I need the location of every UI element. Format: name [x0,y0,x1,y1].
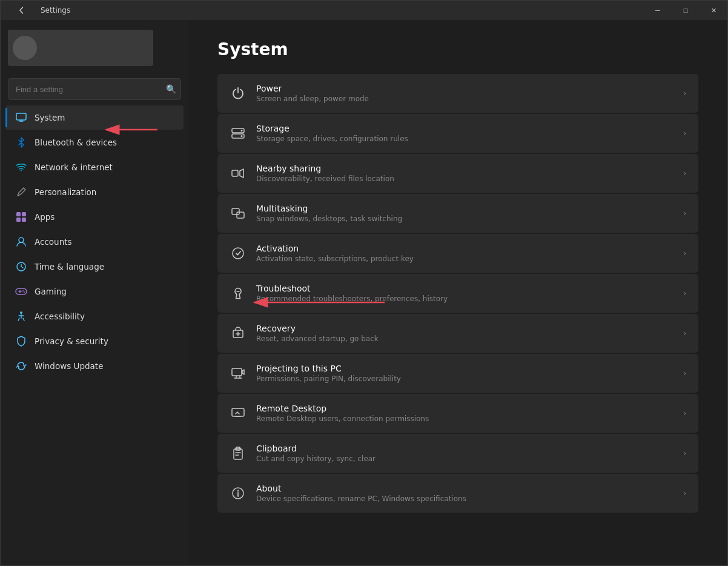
sidebar-item-personalization[interactable]: Personalization [5,180,184,204]
search-input[interactable] [8,78,181,100]
avatar-image [13,36,37,60]
sidebar-item-update-label: Windows Update [35,361,103,371]
accessibility-icon [15,310,27,322]
recovery-title: Recovery [256,324,673,333]
sidebar-item-personalization-label: Personalization [35,187,96,197]
user-profile [1,20,188,73]
settings-item-clipboard[interactable]: Clipboard Cut and copy history, sync, cl… [217,434,698,473]
troubleshoot-title: Troubleshoot [256,284,673,293]
troubleshoot-desc: Recommended troubleshooters, preferences… [256,295,673,303]
sidebar-item-bluetooth[interactable]: Bluetooth & devices [5,130,184,155]
projecting-desc: Permissions, pairing PIN, discoverabilit… [256,375,673,383]
multitasking-text: Multitasking Snap windows, desktops, tas… [256,204,673,223]
multitasking-title: Multitasking [256,204,673,213]
activation-chevron: › [683,249,686,258]
minimize-button[interactable]: ─ [644,1,672,20]
maximize-button[interactable]: □ [672,1,700,20]
sidebar: 🔍 System [1,20,188,565]
projecting-chevron: › [683,369,686,378]
privacy-icon [15,335,27,347]
projecting-text: Projecting to this PC Permissions, pairi… [256,364,673,383]
settings-item-troubleshoot[interactable]: Troubleshoot Recommended troubleshooters… [217,274,698,313]
settings-item-multitasking[interactable]: Multitasking Snap windows, desktops, tas… [217,194,698,233]
sidebar-nav: System Bluetooth & devices [1,105,188,379]
avatar[interactable] [8,30,153,66]
about-icon [230,485,247,502]
main-content: System Power Screen and sleep, power [188,20,727,565]
svg-point-10 [24,291,25,293]
about-desc: Device specifications, rename PC, Window… [256,494,673,503]
settings-item-about[interactable]: About Device specifications, rename PC, … [217,474,698,513]
settings-item-power[interactable]: Power Screen and sleep, power mode › [217,74,698,113]
apps-icon [15,211,27,223]
svg-rect-18 [237,212,244,218]
close-button[interactable]: ✕ [700,1,727,20]
storage-icon [230,125,247,142]
system-icon [15,112,27,124]
storage-chevron: › [683,129,686,138]
settings-item-recovery[interactable]: Recovery Reset, advanced startup, go bac… [217,314,698,353]
activation-title: Activation [256,244,673,253]
settings-item-activation[interactable]: Activation Activation state, subscriptio… [217,234,698,273]
storage-desc: Storage space, drives, configuration rul… [256,135,673,143]
svg-rect-4 [16,218,21,222]
update-icon [15,360,27,372]
svg-rect-21 [232,368,242,376]
about-chevron: › [683,489,686,498]
sidebar-item-network[interactable]: Network & internet [5,155,184,179]
remote-chevron: › [683,409,686,418]
personalization-icon [15,186,27,198]
storage-text: Storage Storage space, drives, configura… [256,124,673,143]
clipboard-title: Clipboard [256,444,673,453]
sidebar-item-accounts[interactable]: Accounts [5,230,184,254]
titlebar: Settings ─ □ ✕ [1,1,727,20]
back-button[interactable] [8,1,36,20]
window-title: Settings [41,6,70,15]
nearby-title: Nearby sharing [256,164,673,173]
power-text: Power Screen and sleep, power mode [256,84,673,103]
sidebar-item-accessibility-label: Accessibility [35,311,85,321]
sidebar-item-time[interactable]: Time & language [5,255,184,279]
nearby-icon [230,165,247,182]
storage-title: Storage [256,124,673,133]
about-title: About [256,484,673,493]
power-icon [230,85,247,102]
settings-item-storage[interactable]: Storage Storage space, drives, configura… [217,114,698,153]
multitasking-icon [230,205,247,222]
sidebar-item-update[interactable]: Windows Update [5,354,184,378]
sidebar-item-apps[interactable]: Apps [5,205,184,229]
settings-list: Power Screen and sleep, power mode › [217,74,698,513]
recovery-chevron: › [683,329,686,338]
time-icon [15,261,27,273]
svg-point-6 [19,238,24,242]
page-title: System [217,39,698,59]
multitasking-chevron: › [683,209,686,218]
search-button[interactable]: 🔍 [166,84,176,94]
recovery-icon [230,325,247,342]
nearby-desc: Discoverability, received files location [256,175,673,183]
settings-item-projecting[interactable]: Projecting to this PC Permissions, pairi… [217,354,698,393]
clipboard-text: Clipboard Cut and copy history, sync, cl… [256,444,673,463]
settings-item-nearby[interactable]: Nearby sharing Discoverability, received… [217,154,698,193]
sidebar-item-gaming-label: Gaming [35,287,67,296]
svg-point-19 [233,248,243,259]
remote-desc: Remote Desktop users, connection permiss… [256,415,673,423]
sidebar-item-system-label: System [35,113,65,122]
sidebar-item-accessibility[interactable]: Accessibility [5,304,184,328]
nearby-text: Nearby sharing Discoverability, received… [256,164,673,183]
svg-point-1 [21,170,22,171]
sidebar-item-gaming[interactable]: Gaming [5,279,184,304]
sidebar-item-privacy-label: Privacy & security [35,336,108,346]
power-desc: Screen and sleep, power mode [256,95,673,103]
sidebar-item-accounts-label: Accounts [35,237,72,247]
clipboard-icon [230,445,247,462]
sidebar-item-privacy[interactable]: Privacy & security [5,329,184,353]
settings-item-remote[interactable]: Remote Desktop Remote Desktop users, con… [217,394,698,433]
sidebar-item-system[interactable]: System [5,105,184,130]
sidebar-item-apps-label: Apps [35,212,55,222]
sidebar-item-time-label: Time & language [35,262,104,271]
clipboard-desc: Cut and copy history, sync, clear [256,454,673,463]
search-box: 🔍 [8,78,181,100]
troubleshoot-text: Troubleshoot Recommended troubleshooters… [256,284,673,303]
activation-text: Activation Activation state, subscriptio… [256,244,673,263]
